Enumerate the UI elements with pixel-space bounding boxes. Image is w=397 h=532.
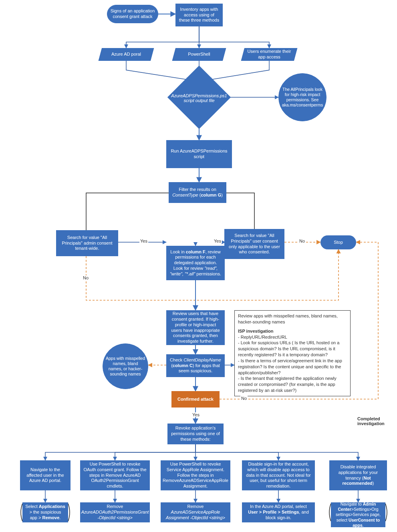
method1-action: Select Applications > the suspicious app…: [22, 502, 68, 522]
annotation-header: Review apps with misspelled names, bland…: [238, 313, 347, 325]
method5-action-label: Navigate to Admin Center>Settings>Org se…: [334, 502, 383, 528]
look-columnf-label: Look in column F, review permissions for…: [169, 249, 222, 277]
check-client-label: Check ClientDisplayName (column C) for a…: [169, 357, 222, 374]
stop-terminator: Stop: [320, 235, 356, 249]
method5-action: Navigate to Admin Center>Settings>Org se…: [331, 502, 385, 527]
completed-investigation-label: Completed investigation: [357, 416, 397, 426]
decision-script-output-label: AzureADPSPermissions.ps1 script output f…: [166, 82, 232, 114]
filter-step: Filter the results on ConsentType (colum…: [169, 182, 226, 203]
method2-action: Remove AzureADOAuth2PermissionsGrant -Ob…: [80, 502, 150, 522]
method4-action: In the Azure AD portal, select User > Pr…: [242, 502, 315, 522]
search-admin-label: Search for value "All Principals" admin …: [59, 235, 115, 251]
annotation-b3: - Is there a terms of service/agreement …: [238, 358, 347, 376]
investigation-annotation: Review apps with misspelled names, bland…: [234, 310, 351, 396]
method5-label: Disable integrated applications for your…: [332, 464, 384, 486]
confirmed-label: Confirmed attack: [177, 397, 214, 402]
run-script-step: Run AzureADPSPermissions script: [166, 140, 232, 168]
filter-label: Filter the results on ConsentType (colum…: [171, 187, 224, 198]
method2-label: Use PowerShell to revoke OAuth consent g…: [83, 462, 147, 489]
edge-label-yes-right: Yes: [213, 239, 222, 243]
confirmed-attack-step: Confirmed attack: [171, 391, 220, 408]
method5-disable-integrated: Disable integrated applications for your…: [329, 460, 387, 490]
run-script-label: Run AzureADPSPermissions script: [169, 149, 229, 160]
review-users-step: Review users that have consent granted. …: [166, 310, 225, 345]
method3-action-label: Remove AzureADServiceAppRole Assignment …: [163, 504, 228, 520]
method3-ps-approle: Use PowerShell to revoke Service AppRole…: [161, 460, 230, 490]
inventory-step: Inventory apps with access using of thes…: [175, 4, 223, 26]
note-allprincipals: The AllPrincipals look for high-risk imp…: [278, 73, 326, 121]
edge-label-no-left: No: [82, 275, 89, 280]
method-users-enumerate: Users enumerate their app access: [241, 48, 298, 61]
search-admin-step: Search for value "All Principals" admin …: [56, 230, 118, 256]
annotation-b4: - Is the tenant that registered the appl…: [238, 375, 347, 393]
inventory-label: Inventory apps with access using of thes…: [178, 7, 220, 23]
method-azure-portal-label: Azure AD poral: [111, 52, 141, 57]
note-app-names-label: Apps with misspelled names, bland names,…: [105, 356, 145, 377]
stop-label: Stop: [334, 240, 343, 245]
revoke-step: Revoke application's permissions using o…: [167, 424, 224, 444]
method4-action-label: In the Azure AD portal, select User > Pr…: [245, 504, 312, 520]
edge-label-no-confirmed: No: [240, 396, 248, 401]
method4-disable-signin: Disable sign-in for the account, which w…: [242, 460, 315, 490]
method-powershell-label: PowerShell: [188, 52, 210, 57]
look-columnf-step: Look in column F, review permissions for…: [166, 246, 225, 280]
edge-label-yes-left: Yes: [139, 239, 148, 243]
method1-action-label: Select Applications > the suspicious app…: [25, 504, 65, 520]
search-user-step: Search for value "All Principals" user c…: [224, 229, 284, 259]
review-users-label: Review users that have consent granted. …: [169, 311, 222, 344]
note-allprincipals-label: The AllPrincipals look for high-risk imp…: [281, 87, 324, 108]
edge-label-yes-confirmed: Yes: [191, 412, 200, 417]
search-user-label: Search for value "All Principals" user c…: [227, 233, 282, 255]
method-users-enum-label: Users enumerate their app access: [247, 49, 291, 60]
edge-label-no-right: No: [298, 239, 306, 243]
revoke-label: Revoke application's permissions using o…: [170, 426, 221, 442]
annotation-isp-title: ISP investigation: [238, 329, 273, 333]
flowchart-canvas: Signs of an application consent grant at…: [0, 0, 397, 532]
method3-action: Remove AzureADServiceAppRole Assignment …: [161, 502, 230, 522]
method1-label: Navigate to the affected user in the Azu…: [23, 467, 68, 484]
method-azure-portal: Azure AD poral: [99, 48, 154, 61]
start-terminator: Signs of an application consent grant at…: [107, 5, 158, 23]
method4-label: Disable sign-in for the account, which w…: [245, 462, 312, 489]
method2-action-label: Remove AzureADOAuth2PermissionsGrant -Ob…: [81, 504, 149, 520]
annotation-b2: - Look for suspicious URLs ( Is the URL …: [238, 340, 347, 358]
note-app-names: Apps with misspelled names, bland names,…: [103, 343, 148, 389]
method2-ps-oauth: Use PowerShell to revoke OAuth consent g…: [80, 460, 150, 490]
annotation-b1: - ReplyURL/RedirectURL: [238, 334, 347, 340]
method1-navigate: Navigate to the affected user in the Azu…: [20, 460, 71, 490]
start-label: Signs of an application consent grant at…: [110, 8, 155, 20]
method-powershell: PowerShell: [172, 48, 226, 61]
check-client-step: Check ClientDisplayName (column C) for a…: [166, 354, 225, 377]
method3-label: Use PowerShell to revoke Service AppRole…: [163, 462, 228, 489]
